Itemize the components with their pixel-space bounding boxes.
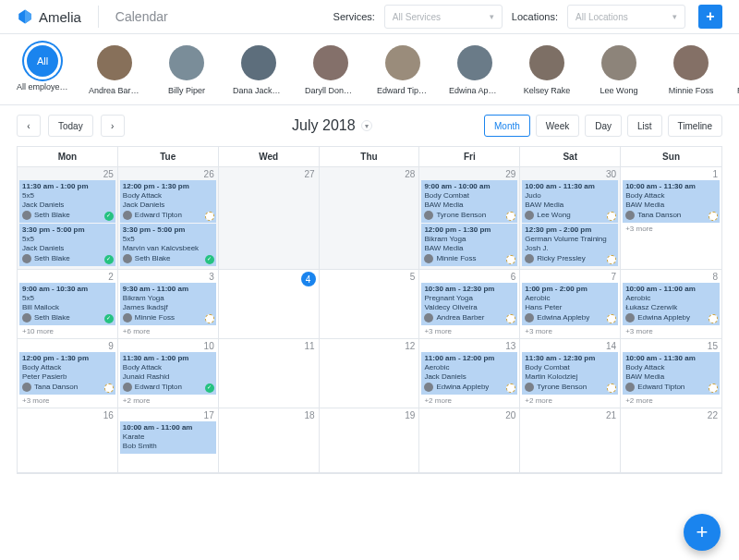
employee-chip[interactable]: Edward Tipton — [377, 45, 429, 95]
employee-chip[interactable]: Lee Wong — [593, 45, 645, 95]
more-events-link[interactable]: +3 more — [19, 396, 115, 406]
weekday-label: Thu — [320, 147, 420, 167]
calendar-cell[interactable]: 2511:30 am - 1:00 pm5x5Jack DanielsSeth … — [18, 167, 118, 270]
calendar-event[interactable]: 10:00 am - 11:00 amAerobicŁukasz Czerwik… — [623, 283, 720, 325]
avatar — [525, 383, 534, 392]
next-button[interactable]: › — [101, 115, 125, 137]
calendar-cell[interactable]: 39:30 am - 11:00 amBikram YogaJames Ikad… — [118, 270, 219, 339]
day-number: 29 — [505, 169, 515, 179]
calendar-cell[interactable]: 27 — [219, 167, 320, 270]
calendar-event[interactable]: 11:30 am - 1:00 pm5x5Jack DanielsSeth Bl… — [19, 180, 115, 223]
calendar-event[interactable]: 10:30 am - 12:30 pmPregnant YogaValdecy … — [421, 283, 517, 325]
employee-chip[interactable]: Billy Piper — [161, 45, 212, 95]
more-events-link[interactable]: +2 more — [623, 396, 720, 406]
calendar-cell[interactable]: 299:00 am - 10:00 amBody CombatBAW Media… — [419, 167, 520, 270]
assignee-name: Edward Tipton — [135, 211, 182, 220]
calendar-cell[interactable]: 71:00 pm - 2:00 pmAerobicHans PeterEdwin… — [520, 270, 621, 339]
calendar-event[interactable]: 10:00 am - 11:30 amJudoBAW MediaLee Wong — [522, 180, 618, 223]
calendar-cell[interactable]: 912:00 pm - 1:30 pmBody AttackPeter Pasi… — [18, 339, 118, 408]
calendar-event[interactable]: 9:30 am - 11:00 amBikram YogaJames Ikads… — [120, 283, 216, 325]
calendar-cell[interactable]: 1311:00 am - 12:00 pmAerobicJack Daniels… — [419, 339, 520, 408]
employee-chip[interactable]: Kelsey Rake — [521, 45, 573, 95]
calendar-cell[interactable]: 810:00 am - 11:00 amAerobicŁukasz Czerwi… — [621, 270, 721, 339]
calendar-event[interactable]: 11:30 am - 12:30 pmBody CombatMartin Kol… — [522, 352, 618, 395]
calendar-event[interactable]: 3:30 pm - 5:00 pm5x5Jack DanielsSeth Bla… — [19, 224, 115, 266]
event-title: Aerobic — [525, 294, 615, 303]
calendar-event[interactable]: 12:00 pm - 1:30 pmBikram YogaBAW MediaMi… — [421, 224, 517, 266]
calendar-event[interactable]: 12:30 pm - 2:00 pmGerman Volume Training… — [522, 224, 618, 266]
services-select[interactable]: All Services ▾ — [384, 5, 503, 29]
assignee-name: Tana Danson — [34, 383, 78, 392]
day-number: 27 — [304, 169, 314, 179]
employee-chip[interactable]: AllAll employees — [17, 45, 68, 95]
event-title: 5x5 — [22, 191, 113, 201]
calendar-event[interactable]: 10:00 am - 11:00 amKarateBob Smith — [120, 421, 216, 454]
calendar-event[interactable]: 11:00 am - 12:00 pmAerobicJack DanielsEd… — [421, 352, 517, 395]
calendar-event[interactable]: 10:00 am - 11:30 amBody AttackBAW MediaT… — [623, 180, 720, 223]
employee-chip[interactable]: Dana Jackson — [233, 45, 285, 95]
today-button[interactable]: Today — [48, 115, 93, 137]
employee-chip[interactable]: Daryll Donov… — [305, 45, 357, 95]
calendar-cell[interactable]: 3010:00 am - 11:30 amJudoBAW MediaLee Wo… — [520, 167, 621, 270]
calendar-cell[interactable]: 1011:30 am - 1:00 pmBody AttackJunaid Ra… — [118, 339, 219, 408]
more-events-link[interactable]: +2 more — [522, 396, 618, 406]
employee-chip[interactable]: Andrea Barber — [89, 45, 140, 95]
view-timeline-button[interactable]: Timeline — [668, 115, 722, 137]
calendar-cell[interactable]: 1510:00 am - 11:30 amBody AttackBAW Medi… — [621, 339, 721, 408]
view-list-button[interactable]: List — [627, 115, 662, 137]
calendar-cell[interactable]: 110:00 am - 11:30 amBody AttackBAW Media… — [621, 167, 721, 270]
event-assignee: Seth Blake — [22, 313, 113, 323]
calendar-cell[interactable]: 20 — [419, 408, 520, 473]
more-events-link[interactable]: +3 more — [421, 326, 517, 336]
day-number: 18 — [304, 410, 314, 420]
check-icon: ✓ — [104, 255, 114, 264]
calendar-cell[interactable]: 18 — [219, 408, 320, 473]
calendar-cell[interactable]: 12 — [320, 339, 420, 408]
assignee-name: Tyrone Benson — [537, 383, 587, 392]
view-week-button[interactable]: Week — [536, 115, 579, 137]
calendar-cell[interactable]: 21 — [520, 408, 621, 473]
more-events-link[interactable]: +3 more — [623, 224, 720, 234]
calendar-cell[interactable]: 2612:00 pm - 1:30 pmBody AttackJack Dani… — [118, 167, 219, 270]
calendar-event[interactable]: 3:30 pm - 5:00 pm5x5Marvin van Kalcvsbee… — [120, 224, 216, 266]
calendar-cell[interactable]: 5 — [320, 270, 420, 339]
more-events-link[interactable]: +3 more — [522, 326, 618, 336]
prev-button[interactable]: ‹ — [17, 115, 41, 137]
employee-chip[interactable]: Edwina Appl… — [449, 45, 501, 95]
more-events-link[interactable]: +2 more — [120, 396, 216, 406]
event-assignee: Tyrone Benson — [424, 211, 515, 220]
calendar-cell[interactable]: 16 — [18, 408, 118, 473]
calendar-cell[interactable]: 1710:00 am - 11:00 amKarateBob Smith — [118, 408, 219, 473]
view-month-button[interactable]: Month — [484, 115, 530, 137]
calendar-weekday-header: MonTueWedThuFriSatSun — [18, 147, 721, 167]
calendar-cell[interactable]: 22 — [621, 408, 721, 473]
calendar-event[interactable]: 9:00 am - 10:00 amBody CombatBAW MediaTy… — [421, 180, 517, 223]
view-day-button[interactable]: Day — [585, 115, 622, 137]
event-time: 12:30 pm - 2:00 pm — [525, 225, 615, 235]
calendar-cell[interactable]: 28 — [320, 167, 420, 270]
calendar-cell[interactable]: 29:00 am - 10:30 am5x5Bill MallockSeth B… — [18, 270, 118, 339]
calendar-cell[interactable]: 610:30 am - 12:30 pmPregnant YogaValdecy… — [419, 270, 520, 339]
brand-logo[interactable]: Amelia — [17, 8, 81, 25]
calendar-cell[interactable]: 11 — [219, 339, 320, 408]
employee-chip[interactable]: Minnie Foss — [665, 45, 717, 95]
event-assignee: Lee Wong — [525, 211, 615, 220]
locations-select[interactable]: All Locations ▾ — [567, 5, 685, 29]
calendar-event[interactable]: 1:00 pm - 2:00 pmAerobicHans PeterEdwina… — [522, 283, 618, 325]
calendar-event[interactable]: 11:30 am - 1:00 pmBody AttackJunaid Rash… — [120, 352, 216, 395]
calendar-event[interactable]: 12:00 pm - 1:30 pmBody AttackPeter Pasie… — [19, 352, 115, 395]
calendar-cell[interactable]: 4 — [219, 270, 320, 339]
calendar-title[interactable]: July 2018 ▾ — [125, 117, 484, 134]
calendar-event[interactable]: 12:00 pm - 1:30 pmBody AttackJack Daniel… — [120, 180, 216, 223]
more-events-link[interactable]: +6 more — [120, 326, 216, 336]
more-events-link[interactable]: +3 more — [623, 326, 720, 336]
calendar-cell[interactable]: 19 — [320, 408, 420, 473]
locations-value: All Locations — [575, 12, 628, 22]
calendar-event[interactable]: 10:00 am - 11:30 amBody AttackBAW MediaE… — [623, 352, 720, 395]
calendar-event[interactable]: 9:00 am - 10:30 am5x5Bill MallockSeth Bl… — [19, 283, 115, 325]
calendar-cell[interactable]: 1411:30 am - 12:30 pmBody CombatMartin K… — [520, 339, 621, 408]
more-events-link[interactable]: +10 more — [19, 326, 115, 336]
employee-name: Lee Wong — [593, 86, 645, 95]
more-events-link[interactable]: +2 more — [421, 396, 517, 406]
add-button[interactable]: + — [698, 5, 722, 29]
